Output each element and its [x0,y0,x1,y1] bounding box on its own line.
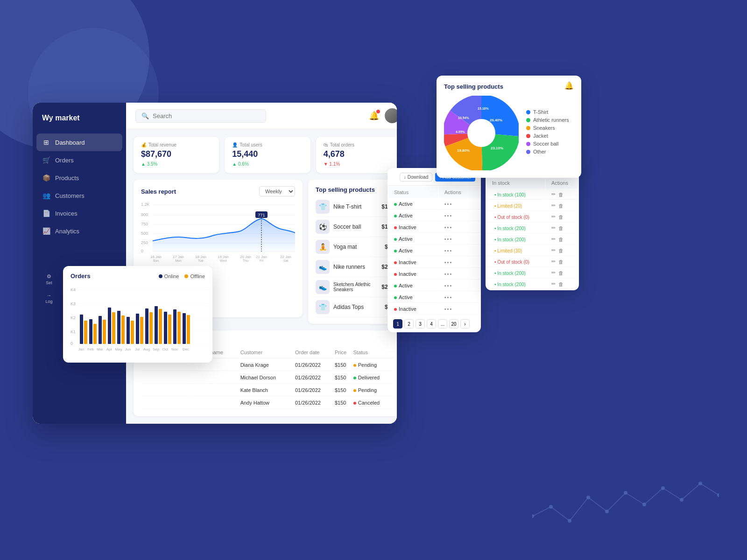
edit-icon[interactable]: ✏ [551,214,556,220]
svg-text:20 Jan: 20 Jan [240,255,251,259]
svg-rect-79 [121,315,125,344]
delete-icon[interactable]: 🗑 [558,214,564,220]
col-in-stock: In stock [486,177,545,189]
order-price: $150 [335,397,352,409]
page-btn-3[interactable]: 3 [416,319,425,329]
topbar: 🔍 🔔 [126,103,397,129]
svg-point-2 [568,519,571,523]
logout-item[interactable]: → Log [45,293,52,304]
actions-more[interactable]: ••• [444,248,453,253]
svg-text:K1: K1 [70,329,76,334]
delete-icon[interactable]: 🗑 [558,225,564,231]
svg-rect-81 [140,317,143,344]
actions-more[interactable]: ••• [444,201,453,207]
legend-item: T-Shirt [526,109,569,115]
sidebar-item-dashboard[interactable]: ⊞ Dashboard [36,133,122,151]
svg-point-3 [586,496,590,499]
svg-text:K2: K2 [70,315,76,320]
actions-more[interactable]: ••• [444,213,453,218]
search-box[interactable]: 🔍 [135,109,266,123]
orders-icon: 🛒 [42,156,50,164]
stat-card-orders: 🛍 Total orders 4,678 ▼ 1.1% [316,137,397,173]
product-thumb: 👟 [316,260,330,274]
delete-icon[interactable]: 🗑 [558,281,564,287]
delete-icon[interactable]: 🗑 [558,248,564,253]
svg-text:K3: K3 [70,301,76,306]
sidebar-item-invoices[interactable]: 📄 Invoices [33,204,126,222]
avatar[interactable] [385,108,397,123]
svg-text:Wed: Wed [220,259,226,262]
table-row: • In stock (100) ✏ 🗑 [486,189,578,200]
delete-icon[interactable]: 🗑 [558,192,564,197]
table-row: Active ••• [388,280,480,291]
actions-more[interactable]: ••• [444,306,453,312]
page-btn-2[interactable]: 2 [404,319,414,329]
customer-name: Michael Dorson [240,372,294,384]
edit-icon[interactable]: ✏ [551,203,556,209]
actions-more[interactable]: ••• [444,294,453,300]
actions-more[interactable]: ••• [444,224,453,230]
svg-point-4 [605,510,609,513]
svg-text:Fri: Fri [260,259,264,262]
delete-icon[interactable]: 🗑 [558,259,564,265]
edit-icon[interactable]: ✏ [551,236,556,242]
svg-text:Tue: Tue [198,259,204,262]
notification-wrap[interactable]: 🔔 [369,111,379,121]
edit-icon[interactable]: ✏ [551,191,556,197]
delete-icon[interactable]: 🗑 [558,270,564,276]
pie-legend: T-Shirt Athletic runners Sneakers Jacket… [526,109,569,157]
svg-point-8 [680,498,684,502]
legend-item: Athletic runners [526,117,569,123]
svg-point-9 [698,482,702,485]
svg-point-1 [549,505,553,509]
orders-bar-title: Orders [70,273,91,280]
col-status: Status [353,350,393,358]
svg-text:750: 750 [141,222,148,226]
actions-more[interactable]: ••• [444,271,453,277]
delete-icon[interactable]: 🗑 [558,237,564,242]
svg-text:Mar: Mar [97,347,103,351]
svg-text:16 Jan: 16 Jan [150,255,162,259]
edit-icon[interactable]: ✏ [551,225,556,231]
svg-rect-63 [80,315,83,344]
edit-icon[interactable]: ✏ [551,270,556,276]
svg-text:17 Jan: 17 Jan [173,255,184,259]
legend-dot [526,118,530,122]
sidebar-item-analytics[interactable]: 📈 Analytics [33,222,126,240]
delete-icon[interactable]: 🗑 [558,203,564,209]
legend-item: Other [526,149,569,154]
download-button[interactable]: ↓ Download [400,173,432,182]
settings-item[interactable]: ⚙ Set [46,273,52,285]
page-btn-next[interactable]: › [460,319,470,329]
edit-icon[interactable]: ✏ [551,281,556,287]
pie-card-bell[interactable]: 🔔 [564,81,574,90]
edit-icon[interactable]: ✏ [551,247,556,253]
orders-card-wrapper: ⚙ Set → Log Orders Online Offline [35,266,212,363]
page-btn-20[interactable]: 20 [449,319,458,329]
svg-rect-85 [177,312,181,344]
table-row: • In stock (200) ✏ 🗑 [486,268,578,278]
sidebar-item-label: Products [55,175,79,182]
actions-more[interactable]: ••• [444,259,453,265]
search-input[interactable] [153,112,260,119]
sidebar-item-orders[interactable]: 🛒 Orders [33,151,126,169]
table-row: • In stock (200) ✏ 🗑 [486,279,578,289]
actions-more[interactable]: ••• [444,283,453,288]
actions-more[interactable]: ••• [444,236,453,242]
bell-icon: 🔔 [564,82,574,90]
product-thumb: 👕 [316,200,330,214]
search-icon: 🔍 [141,112,149,119]
sidebar-item-customers[interactable]: 👥 Customers [33,187,126,204]
orders-stat-icon: 🛍 [324,142,328,147]
svg-text:15.18%: 15.18% [478,107,489,110]
page-btn-1[interactable]: 1 [393,319,402,329]
edit-icon[interactable]: ✏ [551,259,556,265]
page-btn-4[interactable]: 4 [427,319,436,329]
product-list: 👕 Nike T-shirt $150 ⚽ Soccer ball $100 🧘… [316,197,394,317]
svg-text:18 Jan: 18 Jan [195,255,206,259]
order-price: $150 [335,359,352,371]
period-dropdown[interactable]: Weekly Monthly Yearly [259,186,295,196]
stats-row: 💰 Total revenue $87,670 ▲ 3.5% 👤 Total u… [134,137,397,173]
table-row: Inactive ••• [388,269,480,280]
sidebar-item-products[interactable]: 📦 Products [33,169,126,187]
